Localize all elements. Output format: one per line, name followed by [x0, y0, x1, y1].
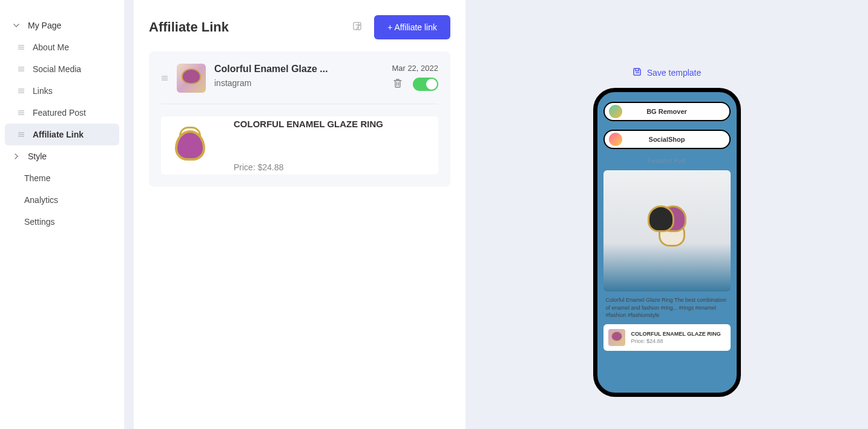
menu-icon [17, 108, 25, 117]
action-row [392, 78, 438, 91]
product-price: Price: $24.88 [234, 162, 438, 172]
nav-label: Analytics [24, 195, 58, 205]
main-content: Affiliate Link + Affiliate link Colorful… [134, 0, 465, 429]
nav-label: About Me [33, 42, 69, 52]
header-actions: + Affiliate link [352, 15, 450, 39]
save-template-label: Save template [647, 68, 702, 78]
enable-toggle[interactable] [413, 78, 438, 91]
affiliate-card: Colorful Enamel Glaze ... instagram Mar … [149, 52, 450, 187]
product-image [161, 116, 219, 175]
menu-icon [17, 43, 25, 52]
card-title: Colorful Enamel Glaze ... [214, 64, 335, 75]
nav-social-media[interactable]: Social Media [5, 58, 119, 80]
nav-label: My Page [28, 21, 61, 30]
card-actions: Mar 22, 2022 [392, 64, 438, 91]
product-info: COLORFUL ENAMEL GLAZE RING Price: $24.88 [234, 116, 438, 175]
card-date: Mar 22, 2022 [392, 64, 438, 73]
nav-theme[interactable]: Theme [5, 167, 119, 189]
app-icon [609, 133, 622, 146]
nav-links[interactable]: Links [5, 80, 119, 102]
preview-link-bg-remover[interactable]: BG Remover [603, 102, 731, 121]
save-template-button[interactable]: Save template [633, 67, 702, 78]
preview-product-image [608, 329, 625, 346]
chevron-right-icon [12, 152, 21, 161]
pill-label: SocialShop [649, 136, 685, 143]
nav-label: Theme [24, 173, 51, 183]
menu-icon [17, 87, 25, 95]
card-info: Colorful Enamel Glaze ... instagram [214, 64, 383, 88]
nav-label: Style [28, 151, 47, 161]
nav-analytics[interactable]: Analytics [5, 189, 119, 211]
nav-label: Affiliate Link [33, 130, 84, 139]
preview-panel: Save template BG Remover SocialShop Feat… [465, 0, 868, 429]
nav-settings[interactable]: Settings [5, 211, 119, 233]
nav-my-page[interactable]: My Page [5, 15, 119, 36]
phone-mockup: BG Remover SocialShop Featured Post Colo… [593, 88, 741, 397]
app-icon [609, 105, 622, 118]
nav-label: Links [33, 86, 53, 96]
page-title: Affiliate Link [149, 19, 229, 35]
nav-label: Featured Post [33, 108, 86, 118]
nav-featured-post[interactable]: Featured Post [5, 102, 119, 124]
sidebar: My Page About Me Social Media Links Feat… [0, 0, 124, 429]
preview-product-info: COLORFUL ENAMEL GLAZE RING Price: $24.88 [631, 331, 721, 344]
translate-icon[interactable] [352, 21, 364, 33]
nav-label: Social Media [33, 64, 81, 74]
preview-description: Colorful Enamel Glaze Ring The best comb… [603, 291, 731, 324]
preview-product-price: Price: $24.88 [631, 338, 721, 344]
menu-icon [17, 65, 25, 73]
preview-featured-image [603, 170, 731, 291]
nav-style[interactable]: Style [5, 145, 119, 167]
product-row: COLORFUL ENAMEL GLAZE RING Price: $24.88 [161, 116, 438, 175]
drag-handle-icon[interactable] [161, 73, 168, 84]
save-icon [633, 67, 642, 78]
card-subtitle: instagram [214, 78, 383, 88]
page-header: Affiliate Link + Affiliate link [149, 15, 450, 39]
preview-link-socialshop[interactable]: SocialShop [603, 130, 731, 149]
menu-icon [17, 130, 25, 139]
preview-product-card[interactable]: COLORFUL ENAMEL GLAZE RING Price: $24.88 [603, 324, 731, 351]
product-title: COLORFUL ENAMEL GLAZE RING [234, 119, 438, 129]
nav-about-me[interactable]: About Me [5, 36, 119, 58]
preview-product-title: COLORFUL ENAMEL GLAZE RING [631, 331, 721, 337]
card-header: Colorful Enamel Glaze ... instagram Mar … [161, 64, 438, 104]
add-affiliate-button[interactable]: + Affiliate link [374, 15, 450, 39]
pill-label: BG Remover [646, 108, 687, 115]
card-thumbnail [177, 64, 206, 93]
featured-post-label: Featured Post [603, 158, 731, 164]
nav-affiliate-link[interactable]: Affiliate Link [5, 124, 119, 145]
delete-button[interactable] [392, 78, 403, 91]
nav-label: Settings [24, 217, 55, 227]
chevron-down-icon [12, 21, 21, 30]
